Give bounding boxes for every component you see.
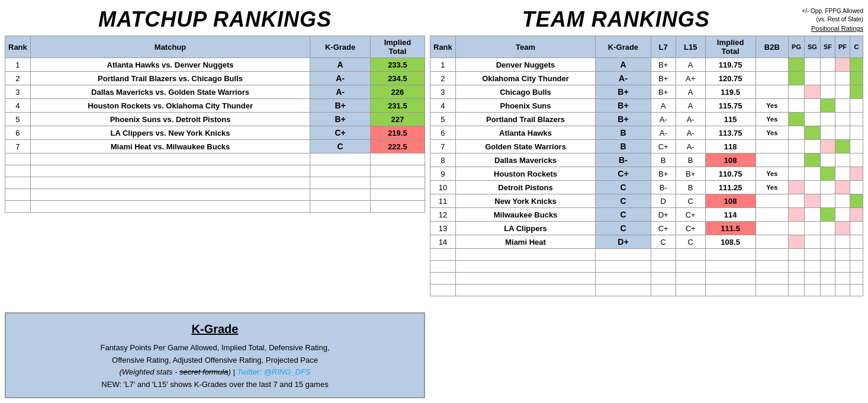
matchup-name: Dallas Mavericks vs. Golden State Warrio… <box>30 85 310 99</box>
pos-sf <box>820 181 835 194</box>
pos-c <box>850 72 863 85</box>
team-name: Portland Trail Blazers <box>455 113 595 126</box>
team-kgrade: D+ <box>596 235 651 249</box>
team-implied: 120.75 <box>705 72 756 85</box>
team-name: Oklahoma City Thunder <box>455 72 595 85</box>
pos-sf <box>820 99 835 113</box>
team-rankings-title: TEAM RANKINGS <box>430 5 802 36</box>
team-kgrade: C <box>596 208 651 222</box>
pos-pg <box>789 113 805 126</box>
team-l7: D+ <box>651 208 676 222</box>
th-sg: SG <box>804 36 820 58</box>
team-name: LA Clippers <box>455 222 595 235</box>
pos-sf <box>820 140 835 153</box>
team-kgrade: B <box>596 140 651 153</box>
matchup-kgrade: B+ <box>310 113 371 126</box>
pos-c <box>850 113 863 126</box>
pos-pf <box>835 153 850 167</box>
team-kgrade: B <box>596 126 651 140</box>
team-implied: 114 <box>705 208 756 222</box>
team-b2b <box>756 235 789 249</box>
pos-pg <box>789 85 805 99</box>
team-b2b: Yes <box>756 113 789 126</box>
pos-sg <box>804 194 820 208</box>
team-implied: 115 <box>705 113 756 126</box>
col-rank: Rank <box>5 36 31 58</box>
matchup-kgrade: A- <box>310 85 371 99</box>
team-rank: 10 <box>430 181 456 194</box>
team-b2b <box>756 222 789 235</box>
team-kgrade: A <box>596 58 651 72</box>
pos-sg <box>804 58 820 72</box>
team-name: Atlanta Hawks <box>455 126 595 140</box>
pos-c <box>850 235 863 249</box>
team-kgrade: B+ <box>596 113 651 126</box>
pos-sg <box>804 99 820 113</box>
pos-pf <box>835 113 850 126</box>
pos-sf <box>820 208 835 222</box>
pos-ratings-link: Positional Ratings <box>811 25 863 32</box>
th-rank: Rank <box>430 36 456 58</box>
team-name: Phoenix Suns <box>455 99 595 113</box>
pos-pg <box>789 181 805 194</box>
team-name: Detroit Pistons <box>455 181 595 194</box>
matchup-table: Rank Matchup K-Grade ImpliedTotal 1 Atla… <box>5 36 425 213</box>
team-l7: C+ <box>651 222 676 235</box>
team-l15: C+ <box>676 222 705 235</box>
team-name: Golden State Warriors <box>455 140 595 153</box>
th-implied: ImpliedTotal <box>705 36 756 58</box>
team-b2b <box>756 72 789 85</box>
team-implied: 111.25 <box>705 181 756 194</box>
team-name: Milwaukee Bucks <box>455 208 595 222</box>
pos-pf <box>835 99 850 113</box>
info-line2: Offensive Rating, Adjusted Offensive Rat… <box>14 354 416 367</box>
th-l15: L15 <box>676 36 705 58</box>
pos-sf <box>820 58 835 72</box>
pos-pf <box>835 222 850 235</box>
team-b2b: Yes <box>756 126 789 140</box>
matchup-name: Atlanta Hawks vs. Denver Nuggets <box>30 58 310 72</box>
team-l7: C+ <box>651 140 676 153</box>
team-l15: A <box>676 99 705 113</box>
team-l7: B+ <box>651 72 676 85</box>
team-b2b <box>756 194 789 208</box>
team-kgrade: C <box>596 222 651 235</box>
twitter-handle: Twitter: @RING_DFS <box>237 367 310 376</box>
pos-sg <box>804 85 820 99</box>
team-rank: 6 <box>430 126 456 140</box>
team-l15: B <box>676 153 705 167</box>
team-l15: C <box>676 235 705 249</box>
th-kgrade: K-Grade <box>596 36 651 58</box>
pos-pg <box>789 167 805 181</box>
pos-sg <box>804 126 820 140</box>
pos-pf <box>835 208 850 222</box>
team-b2b <box>756 85 789 99</box>
pos-sg <box>804 140 820 153</box>
team-kgrade: B+ <box>596 99 651 113</box>
team-implied: 118 <box>705 140 756 153</box>
team-l15: C <box>676 194 705 208</box>
team-l7: A- <box>651 126 676 140</box>
matchup-rank: 4 <box>5 99 31 113</box>
pos-pg <box>789 126 805 140</box>
team-b2b <box>756 208 789 222</box>
team-l7: B <box>651 153 676 167</box>
matchup-rank: 6 <box>5 126 31 140</box>
th-pf: PF <box>835 36 850 58</box>
pos-c <box>850 167 863 181</box>
th-l7: L7 <box>651 36 676 58</box>
pos-sf <box>820 72 835 85</box>
team-kgrade: C <box>596 181 651 194</box>
team-l7: D <box>651 194 676 208</box>
th-c: C <box>850 36 863 58</box>
team-rank: 1 <box>430 58 456 72</box>
matchup-name: Phoenix Suns vs. Detroit Pistons <box>30 113 310 126</box>
team-name: Dallas Mavericks <box>455 153 595 167</box>
matchup-name: Houston Rockets vs. Oklahoma City Thunde… <box>30 99 310 113</box>
team-name: Denver Nuggets <box>455 58 595 72</box>
pos-c <box>850 85 863 99</box>
matchup-kgrade: C <box>310 140 371 153</box>
team-b2b: Yes <box>756 181 789 194</box>
matchup-implied: 226 <box>370 85 425 99</box>
team-b2b: Yes <box>756 99 789 113</box>
